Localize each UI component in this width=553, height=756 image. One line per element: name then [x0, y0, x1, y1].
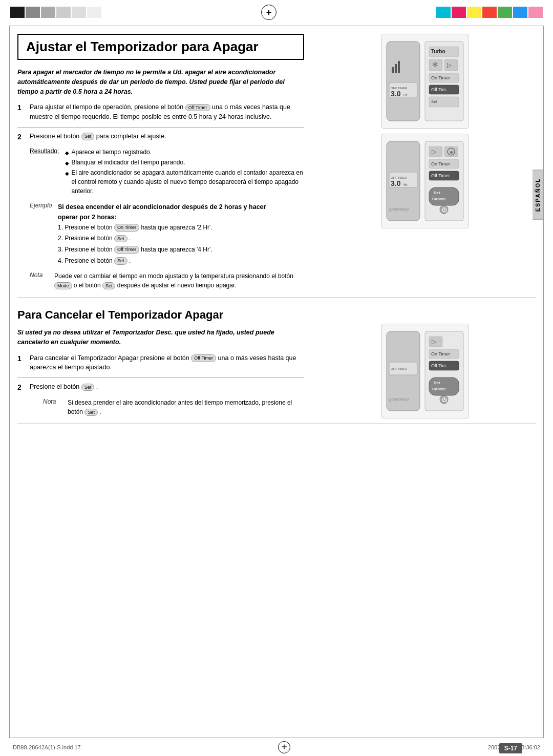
color-red — [482, 7, 497, 18]
color-pink — [528, 7, 543, 18]
color-black — [10, 7, 25, 18]
color-gray4 — [72, 7, 86, 18]
resultado-item-3: ◆ El aire acondicionador se apagará auto… — [65, 168, 304, 196]
ejemplo-section: Ejemplo Si desea encender el air acondic… — [30, 202, 304, 266]
page-number-container: S-17 — [499, 744, 522, 752]
on-timer-btn-e1: On Timer — [114, 224, 139, 232]
section1-step1: 1 Para ajustar el tiempo de operación, p… — [17, 102, 304, 122]
color-blue — [513, 7, 527, 18]
color-marks-top — [0, 0, 553, 20]
color-green — [498, 7, 512, 18]
diamond-icon-2: ◆ — [65, 159, 69, 167]
section2-title: Para Cancelar el Temporizador Apagar — [17, 308, 304, 322]
remote-image-3: OFF TIMER good'sleep ▷ On Timer Off Tim.… — [381, 324, 469, 418]
svg-text:⊕: ⊕ — [450, 150, 453, 155]
diamond-icon-1: ◆ — [65, 149, 69, 157]
resultado-text-2: Blanquar el indicador del tiempo parando… — [71, 158, 185, 167]
ejemplo-bold: Si desea encender el air acondicionador … — [58, 203, 266, 221]
section2-step2: 2 Presione el botón Set . — [17, 382, 304, 393]
svg-text:⏻: ⏻ — [442, 397, 447, 403]
remote-svg-1: OFF TIMER 3.0 Hr. Turbo ❄ ▷ — [384, 36, 466, 126]
s2-step1-number: 1 — [17, 353, 26, 373]
espanol-tab: ESPAÑOL — [533, 170, 544, 220]
resultado-text-3: El aire acondicionador se apagará automá… — [71, 168, 304, 196]
page-number-badge: S-17 — [499, 743, 522, 753]
set-btn-e2: Set — [114, 235, 127, 243]
page-title: Ajustar el Temporizador para Apagar — [17, 34, 304, 60]
svg-text:good'sleep: good'sleep — [389, 207, 409, 212]
svg-rect-0 — [387, 41, 420, 121]
ejemplo-step1: 1. Presione el botón On Timer hasta que … — [58, 224, 212, 231]
s2-step1-text: Para cancelar el Temporizador Apagar pre… — [30, 353, 304, 373]
ejemplo-step4: 4. Presione el botón Set . — [58, 257, 131, 264]
svg-text:3.0: 3.0 — [391, 179, 401, 187]
resultado-label: Resultado: — [30, 148, 59, 155]
svg-text:Off Tim...: Off Tim... — [431, 363, 450, 368]
svg-text:good'sleep: good'sleep — [389, 397, 409, 402]
svg-text:3.0: 3.0 — [391, 90, 401, 98]
nota2-section: Nota Si desea prender el aire acondicion… — [43, 398, 304, 416]
resultado-text-1: Aparece el tiempo registrado. — [71, 148, 152, 157]
section1-right: OFF TIMER 3.0 Hr. Turbo ❄ ▷ — [314, 34, 536, 290]
svg-rect-2 — [395, 64, 397, 73]
off-timer-btn1: Off Timer — [185, 104, 210, 112]
resultado-item-2: ◆ Blanquar el indicador del tiempo paran… — [65, 158, 304, 167]
color-yellow — [467, 7, 481, 18]
svg-text:On Timer: On Timer — [431, 161, 450, 166]
svg-text:Off Tim...: Off Tim... — [431, 87, 450, 92]
nota-section: Nota Puede ver o cambiar el tiempo en mo… — [30, 271, 304, 290]
set-btn-nota2: Set — [84, 409, 98, 416]
color-gray5 — [87, 7, 101, 18]
page-border: ESPAÑOL Ajustar el Temporizador para Apa… — [9, 26, 544, 738]
color-cyan — [436, 7, 451, 18]
ejemplo-label: Ejemplo — [30, 202, 52, 209]
ejemplo-content: Si desea encender el air acondicionador … — [58, 202, 273, 266]
color-magenta — [452, 7, 466, 18]
svg-text:Turbo: Turbo — [431, 49, 445, 54]
section1-left: Ajustar el Temporizador para Apagar Para… — [17, 34, 314, 290]
svg-text:Set: Set — [434, 381, 440, 385]
off-timer-btn-e3: Off Timer — [114, 246, 139, 254]
mode-btn: Mode — [54, 282, 72, 290]
color-marks-left — [10, 7, 101, 18]
ejemplo-step3: 3. Presione el botón Off Timer hasta que… — [58, 246, 212, 253]
set-btn2: Set — [81, 384, 95, 391]
svg-text:On Timer: On Timer — [431, 75, 450, 80]
resultado-section: Resultado: ◆ Aparece el tiempo registrad… — [30, 148, 304, 197]
color-marks-right — [436, 7, 543, 18]
section2-step1: 1 Para cancelar el Temporizador Apagar p… — [17, 353, 304, 373]
bottom-divider — [17, 424, 536, 424]
section2-right: OFF TIMER good'sleep ▷ On Timer Off Tim.… — [314, 308, 536, 418]
registration-mark-top — [261, 5, 276, 20]
svg-text:Set: Set — [434, 191, 440, 195]
remote-svg-3: OFF TIMER good'sleep ▷ On Timer Off Tim.… — [384, 326, 466, 416]
section1-intro: Para apagar el marcador de tiempo no le … — [17, 68, 304, 96]
svg-text:Hr.: Hr. — [403, 93, 408, 97]
set-btn-nota: Set — [102, 282, 116, 290]
set-btn1: Set — [81, 133, 95, 140]
divider1 — [17, 127, 304, 128]
section-divider — [17, 298, 536, 298]
resultado-item-1: ◆ Aparece el tiempo registrado. — [65, 148, 304, 157]
remote-svg-2: OFF TIMER 3.0 Hr. good'sleep ▷ ⊕ — [384, 136, 466, 226]
s2-step2-number: 2 — [17, 382, 26, 393]
svg-text:▷: ▷ — [432, 338, 437, 345]
section2-intro: Si usted ya no desea utilizar el Tempori… — [17, 328, 304, 347]
svg-text:⏻: ⏻ — [442, 207, 447, 213]
footer-left: DB98-28642A(1)-S.indd 17 — [13, 744, 81, 750]
nota-label: Nota — [30, 271, 50, 290]
color-gray1 — [26, 7, 40, 18]
bottom-bar: DB98-28642A(1)-S.indd 17 2007-10-27 13:3… — [0, 738, 553, 756]
svg-text:❄: ❄ — [432, 60, 438, 69]
step2-number: 2 — [17, 132, 26, 142]
svg-text:Hr.: Hr. — [403, 183, 408, 186]
svg-text:Off Timer: Off Timer — [431, 173, 450, 178]
step1-number: 1 — [17, 102, 26, 122]
svg-text:OFF TIMER: OFF TIMER — [391, 367, 408, 370]
top-section: Ajustar el Temporizador para Apagar Para… — [10, 26, 543, 295]
divider2 — [17, 377, 304, 378]
ejemplo-step2: 2. Presione el botón Set . — [58, 235, 131, 242]
nota2-label: Nota — [43, 398, 63, 416]
remote-image-1: OFF TIMER 3.0 Hr. Turbo ❄ ▷ — [381, 34, 469, 129]
nota-text: Puede ver o cambiar el tiempo en modo aj… — [54, 271, 304, 290]
